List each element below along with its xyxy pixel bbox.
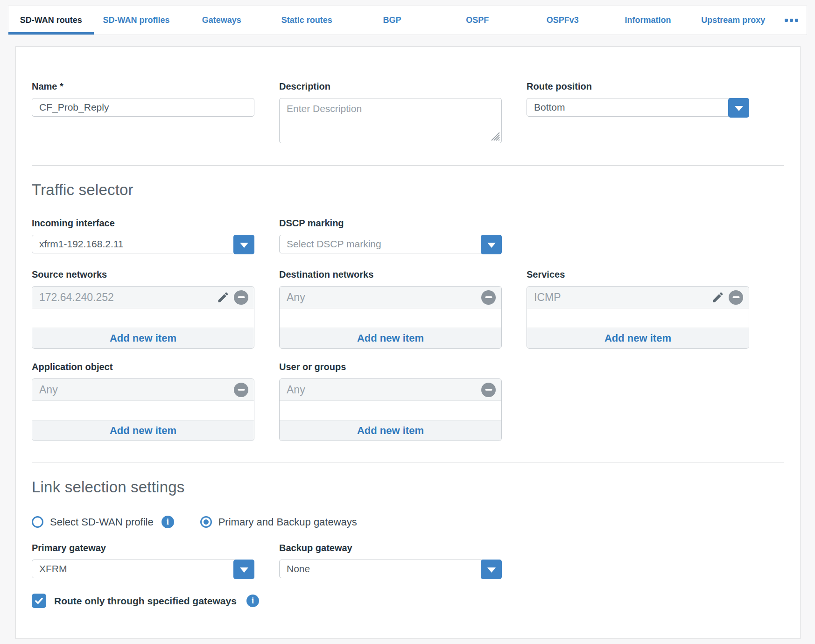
list-item-text: Any (39, 384, 58, 396)
tab-sd-wan-profiles[interactable]: SD-WAN profiles (94, 6, 179, 35)
backup-gateway-select[interactable]: None (279, 560, 502, 578)
sd-wan-route-form: Name * Description Route position (15, 46, 801, 639)
source-networks-label: Source networks (32, 269, 254, 280)
add-new-item-button[interactable]: Add new item (527, 328, 749, 348)
tab-static-routes[interactable]: Static routes (264, 6, 350, 35)
application-row: Application object Any Add new item User… (32, 362, 784, 441)
remove-icon[interactable] (729, 290, 743, 305)
tab-bgp[interactable]: BGP (350, 6, 435, 35)
description-textarea[interactable] (279, 98, 502, 143)
tab-bar: SD-WAN routes SD-WAN profiles Gateways S… (8, 6, 807, 35)
radio-icon (32, 516, 43, 528)
dscp-marking-select[interactable]: Select DSCP marking (279, 235, 502, 253)
route-position-field-group: Route position Bottom (527, 81, 749, 117)
check-icon (34, 596, 44, 606)
incoming-interface-field-group: Incoming interface xfrm1-192.168.2.11 (32, 218, 254, 253)
list-item: 172.64.240.252 (32, 287, 254, 308)
backup-gateway-value: None (287, 563, 310, 574)
radio-label: Select SD-WAN profile (50, 516, 154, 528)
chevron-down-icon[interactable] (481, 235, 502, 254)
ellipsis-icon (785, 19, 798, 22)
more-tabs-button[interactable] (776, 6, 807, 35)
add-new-item-button[interactable]: Add new item (32, 420, 254, 441)
services-list: ICMP Add new item (527, 286, 749, 349)
backup-gateway-label: Backup gateway (279, 543, 502, 553)
networks-row: Source networks 172.64.240.252 Add new i… (32, 269, 784, 349)
tab-upstream-proxy[interactable]: Upstream proxy (690, 6, 776, 35)
description-field-group: Description (279, 81, 502, 143)
chevron-down-icon[interactable] (233, 235, 254, 254)
radio-primary-backup-gateways[interactable]: Primary and Backup gateways (200, 516, 357, 528)
list-item-text: Any (287, 384, 305, 396)
add-new-item-button[interactable]: Add new item (32, 328, 254, 348)
primary-gateway-value: XFRM (39, 563, 67, 574)
application-object-field-group: Application object Any Add new item (32, 362, 254, 441)
list-item-text: 172.64.240.252 (39, 291, 114, 304)
route-only-label: Route only through specified gateways (54, 595, 237, 607)
edit-icon[interactable] (217, 291, 230, 304)
incoming-interface-value: xfrm1-192.168.2.11 (39, 238, 124, 250)
tab-gateways[interactable]: Gateways (179, 6, 264, 35)
primary-gateway-field-group: Primary gateway XFRM (32, 543, 254, 578)
route-only-checkbox[interactable] (32, 594, 46, 608)
primary-gateway-select[interactable]: XFRM (32, 560, 254, 578)
list-item-text: ICMP (534, 291, 561, 304)
name-input[interactable] (32, 98, 254, 117)
list-item: ICMP (527, 287, 749, 308)
remove-icon[interactable] (234, 383, 248, 397)
tab-ospf[interactable]: OSPF (435, 6, 520, 35)
link-selection-options: Select SD-WAN profile i Primary and Back… (32, 516, 784, 528)
tab-ospfv3[interactable]: OSPFv3 (520, 6, 605, 35)
list-item: Any (280, 379, 501, 401)
radio-select-sdwan-profile[interactable]: Select SD-WAN profile i (32, 516, 174, 528)
source-networks-field-group: Source networks 172.64.240.252 Add new i… (32, 269, 254, 349)
remove-icon[interactable] (234, 290, 248, 305)
radio-icon (200, 516, 212, 528)
list-empty-area (32, 308, 254, 328)
tab-information[interactable]: Information (605, 6, 691, 35)
section-divider (32, 462, 784, 462)
list-empty-area (527, 308, 749, 328)
route-only-row: Route only through specified gateways i (32, 594, 784, 608)
list-empty-area (32, 401, 254, 420)
route-position-value: Bottom (534, 102, 565, 113)
info-icon[interactable]: i (246, 595, 259, 607)
remove-icon[interactable] (481, 383, 496, 397)
user-or-groups-label: User or groups (279, 362, 502, 372)
dscp-marking-field-group: DSCP marking Select DSCP marking (279, 218, 502, 253)
dscp-marking-placeholder: Select DSCP marking (287, 238, 381, 250)
list-item: Any (280, 287, 501, 308)
destination-networks-field-group: Destination networks Any Add new item (279, 269, 502, 349)
list-empty-area (280, 401, 501, 420)
user-or-groups-field-group: User or groups Any Add new item (279, 362, 502, 441)
incoming-interface-label: Incoming interface (32, 218, 254, 229)
info-icon[interactable]: i (162, 516, 174, 528)
edit-icon[interactable] (711, 291, 724, 304)
destination-networks-list: Any Add new item (279, 286, 502, 349)
link-selection-title: Link selection settings (32, 478, 784, 496)
services-label: Services (527, 269, 749, 280)
section-divider (32, 165, 784, 166)
dscp-marking-label: DSCP marking (279, 218, 502, 229)
route-position-select[interactable]: Bottom (527, 98, 749, 117)
services-field-group: Services ICMP Add new item (527, 269, 749, 349)
list-item-text: Any (287, 291, 305, 304)
incoming-interface-select[interactable]: xfrm1-192.168.2.11 (32, 235, 254, 253)
route-position-label: Route position (527, 81, 749, 92)
chevron-down-icon[interactable] (481, 560, 502, 579)
add-new-item-button[interactable]: Add new item (280, 328, 501, 348)
list-empty-area (280, 308, 501, 328)
description-label: Description (279, 81, 502, 92)
remove-icon[interactable] (481, 290, 496, 305)
primary-gateway-label: Primary gateway (32, 543, 254, 553)
add-new-item-button[interactable]: Add new item (280, 420, 501, 441)
list-item: Any (32, 379, 254, 401)
application-object-label: Application object (32, 362, 254, 372)
traffic-selector-title: Traffic selector (32, 181, 784, 199)
tab-sd-wan-routes[interactable]: SD-WAN routes (8, 6, 94, 35)
chevron-down-icon[interactable] (728, 98, 749, 118)
gateways-row: Primary gateway XFRM Backup gateway None (32, 543, 784, 578)
user-or-groups-list: Any Add new item (279, 378, 502, 441)
chevron-down-icon[interactable] (233, 560, 254, 579)
interface-row: Incoming interface xfrm1-192.168.2.11 DS… (32, 218, 784, 253)
